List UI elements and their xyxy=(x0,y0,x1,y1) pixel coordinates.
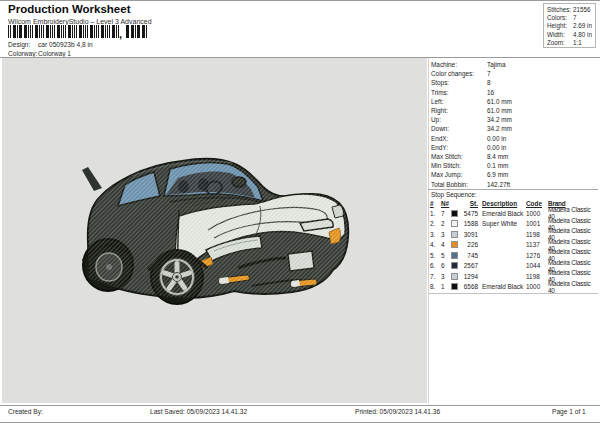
panel-divider xyxy=(428,58,429,403)
machine-spec-row: Max Jump:6.9 mm xyxy=(431,170,597,179)
machine-spec-row: Stops:8 xyxy=(431,78,597,87)
stop-sequence-divider xyxy=(428,189,598,190)
stop-sequence-table: # N# St. Description Code Brand 1.7 5475… xyxy=(430,199,598,292)
summary-row: Stitches:21556 xyxy=(547,6,595,14)
machine-settings: Machine:Tajima Color changes:7 Stops:8 T… xyxy=(431,60,597,189)
colorway-value: Colorway 1 xyxy=(38,50,71,57)
car-embroidery-design xyxy=(2,58,427,403)
car-antenna xyxy=(82,167,102,191)
design-name-row: Design: car 050923b 4,8 in xyxy=(8,41,93,48)
stop-sequence-label: Stop Sequence: xyxy=(431,191,476,198)
production-worksheet-page: { "header": { "title": "Production Works… xyxy=(0,0,600,424)
thread-color-swatch xyxy=(451,210,458,217)
design-summary-box: Stitches:21556 Colors:7 Height:2.69 in W… xyxy=(543,3,596,48)
machine-spec-row: Up:34.2 mm xyxy=(431,115,597,124)
thread-color-swatch xyxy=(451,252,458,259)
design-preview-area xyxy=(2,58,427,403)
footer-divider xyxy=(0,405,600,406)
machine-spec-row: Right:61.0 mm xyxy=(431,106,597,115)
design-label: Design: xyxy=(8,41,38,48)
thread-color-swatch xyxy=(451,220,458,227)
software-name: Wilcom EmbroideryStudio – Level 3 Advanc… xyxy=(8,18,152,25)
barcode-separator: , xyxy=(119,28,122,40)
machine-spec-row: Total Bobbin:142.27ft xyxy=(431,180,597,189)
colorway-label: Colorway: xyxy=(8,50,38,57)
colorway-row: Colorway: Colorway 1 xyxy=(8,50,71,57)
machine-spec-row: Color changes:7 xyxy=(431,69,597,78)
thread-color-swatch xyxy=(451,273,458,280)
summary-row: Height:2.69 in xyxy=(547,22,595,30)
machine-spec-row: EndY:0.00 in xyxy=(431,143,597,152)
thread-color-swatch xyxy=(451,283,458,290)
page-top-rule xyxy=(0,0,600,1)
stop-sequence-row: 8.1 6568Emerald Black 1000Madeira Classi… xyxy=(430,282,598,293)
design-value: car 050923b 4,8 in xyxy=(38,41,93,48)
machine-spec-row: Machine:Tajima xyxy=(431,60,597,69)
last-saved-text: Last Saved: 05/09/2023 14.41.32 xyxy=(150,408,247,415)
page-bottom-rule xyxy=(0,422,600,423)
summary-row: Width:4.80 in xyxy=(547,31,595,39)
machine-spec-row: Max Stitch:8.4 mm xyxy=(431,152,597,161)
machine-spec-row: Down:34.2 mm xyxy=(431,124,597,133)
table-bottom-rule xyxy=(428,293,598,294)
design-barcode-checksum xyxy=(126,25,147,38)
summary-row: Zoom:1:1 xyxy=(547,39,595,47)
page-number: Page 1 of 1 xyxy=(552,408,586,415)
page-title: Production Worksheet xyxy=(8,3,130,15)
thread-color-swatch xyxy=(451,262,458,269)
design-barcode xyxy=(8,25,119,38)
thread-color-swatch xyxy=(451,241,458,248)
machine-spec-row: Left:61.0 mm xyxy=(431,97,597,106)
machine-spec-row: EndX:0.00 in xyxy=(431,134,597,143)
machine-spec-row: Min Stitch:0.1 mm xyxy=(431,161,597,170)
machine-spec-row: Trims:16 xyxy=(431,88,597,97)
thread-color-swatch xyxy=(451,231,458,238)
summary-row: Colors:7 xyxy=(547,14,595,22)
created-by-label: Created By: xyxy=(8,408,43,415)
printed-text: Printed: 05/09/2023 14.41.36 xyxy=(355,408,440,415)
